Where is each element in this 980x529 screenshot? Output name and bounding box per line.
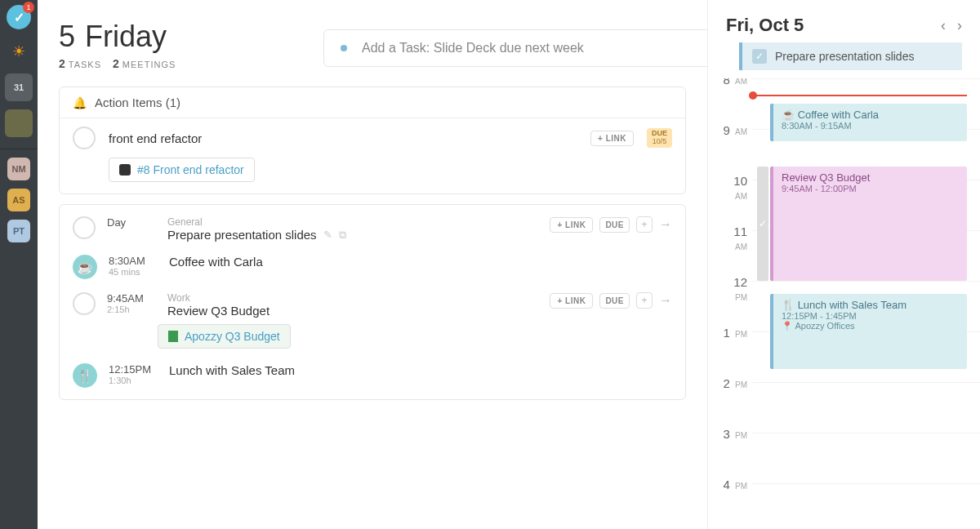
add-button[interactable]: +: [636, 216, 653, 233]
hour-ampm: PM: [735, 293, 747, 302]
event-location: Apozzy Offices: [795, 321, 854, 331]
action-items-title: Action Items (1): [95, 96, 180, 109]
avatar-as[interactable]: AS: [7, 189, 30, 211]
time-text: 8:30AM: [109, 255, 158, 267]
complete-checkbox[interactable]: [73, 292, 96, 315]
hour-num: 8: [723, 78, 729, 87]
item-body: Coffee with Carla: [169, 255, 672, 269]
task-row-prepare-slides[interactable]: Day General Prepare presentation slides …: [60, 210, 685, 248]
item-category: Work: [167, 292, 538, 304]
day-number: 5: [59, 20, 75, 54]
event-time: 12:15PM - 1:45PM: [782, 311, 959, 321]
due-button[interactable]: DUE: [599, 293, 630, 309]
check-icon[interactable]: ✓: [752, 49, 767, 64]
item-body: Work Review Q3 Budget: [167, 292, 538, 318]
hour-ampm: AM: [735, 242, 747, 251]
duration-text: 2:15h: [107, 305, 156, 314]
edit-icon[interactable]: ✎: [323, 229, 332, 241]
task-row-review-budget[interactable]: 9:45AM 2:15h Work Review Q3 Budget + LIN…: [60, 286, 685, 324]
chevron-right-icon[interactable]: ›: [957, 17, 962, 34]
due-button[interactable]: DUE: [599, 217, 630, 233]
event-title: Lunch with Sales Team: [798, 299, 906, 311]
hour-num: 9: [723, 123, 729, 137]
schedule-card: Day General Prepare presentation slides …: [59, 204, 686, 400]
chevron-left-icon[interactable]: ‹: [941, 17, 946, 34]
hour-num: 4: [723, 478, 729, 491]
complete-checkbox[interactable]: [73, 127, 96, 149]
hour-num: 12: [733, 275, 747, 289]
avatar-pt[interactable]: PT: [7, 220, 30, 242]
event-row-lunch[interactable]: 🍴 12:15PM 1:30h Lunch with Sales Team: [60, 357, 685, 394]
right-title: Fri, Oct 5: [726, 15, 804, 36]
hour-num: 11: [733, 224, 747, 238]
now-dot-icon: [749, 91, 757, 100]
complete-checkbox[interactable]: [73, 216, 96, 239]
event-time: 8:30AM - 9:15AM: [782, 121, 959, 131]
github-icon: [119, 164, 131, 176]
time-text: Day: [107, 216, 156, 229]
due-tag: DUE 10/5: [647, 128, 672, 148]
timeline[interactable]: 8 AM 9 AM 10 AM 11 AM 12 PM 1 PM 2 PM 3 …: [708, 78, 980, 529]
link-button[interactable]: + LINK: [590, 131, 634, 146]
github-link[interactable]: #8 Front end refactor: [109, 158, 255, 182]
notes-icon[interactable]: [5, 109, 33, 137]
now-line: [752, 95, 967, 96]
arrow-right-icon[interactable]: →: [659, 217, 672, 232]
location-icon: 📍: [782, 321, 793, 331]
today-icon[interactable]: ☀: [5, 38, 33, 65]
duration-text: 1:30h: [109, 376, 158, 385]
coffee-icon: ☕: [782, 109, 795, 121]
hour-row: 2 PM: [752, 382, 980, 433]
right-column: Fri, Oct 5 ‹ › ✓ Prepare presentation sl…: [707, 0, 980, 529]
event-title: Coffee with Carla: [798, 109, 879, 121]
hour-num: 1: [723, 326, 729, 340]
arrow-right-icon[interactable]: →: [659, 293, 672, 308]
add-task-input[interactable]: Add a Task: Slide Deck due next week: [323, 29, 707, 67]
link-button[interactable]: + LINK: [550, 293, 593, 309]
copy-icon[interactable]: ⧉: [339, 229, 346, 242]
hour-ampm: PM: [735, 431, 747, 440]
left-rail: 1 ☀ 31 NM AS PT: [0, 0, 38, 529]
hour-ampm: AM: [735, 192, 747, 201]
hour-row: 3 PM: [752, 433, 980, 483]
item-time: 9:45AM 2:15h: [107, 292, 156, 314]
hour-ampm: AM: [735, 127, 747, 136]
avatar-nm[interactable]: NM: [7, 158, 30, 180]
calendar-icon[interactable]: 31: [5, 73, 33, 101]
event-row-coffee[interactable]: ☕ 8:30AM 45 mins Coffee with Carla: [60, 248, 685, 286]
allday-event[interactable]: ✓ Prepare presentation slides: [739, 42, 962, 70]
center-column: Add a Task: Slide Deck due next week 5 F…: [38, 0, 707, 529]
item-body: General Prepare presentation slides ✎ ⧉: [167, 216, 538, 242]
item-category: General: [167, 216, 538, 228]
item-time: 8:30AM 45 mins: [109, 255, 158, 277]
add-button[interactable]: +: [636, 292, 653, 309]
hour-ampm: PM: [735, 330, 747, 339]
event-complete-strip[interactable]: ✓: [757, 167, 768, 281]
event-review[interactable]: Review Q3 Budget 9:45AM - 12:00PM: [770, 167, 967, 281]
meetings-label: MEETINGS: [122, 60, 176, 69]
action-items-header[interactable]: 🔔 Action Items (1): [60, 87, 685, 118]
action-item-title: front end refactor: [109, 131, 577, 145]
hour-ampm: PM: [735, 482, 747, 491]
event-coffee[interactable]: ☕ Coffee with Carla 8:30AM - 9:15AM: [770, 104, 967, 141]
bell-icon: 🔔: [73, 96, 87, 109]
github-link-row: #8 Front end refactor: [60, 158, 685, 193]
document-icon: [168, 331, 178, 342]
item-title: Review Q3 Budget: [167, 304, 270, 318]
item-time: Day: [107, 216, 156, 229]
doc-link[interactable]: Apozzy Q3 Budget: [158, 324, 291, 349]
hour-num: 10: [733, 174, 747, 188]
action-item-row[interactable]: front end refactor + LINK DUE 10/5: [60, 118, 685, 158]
event-lunch[interactable]: 🍴 Lunch with Sales Team 12:15PM - 1:45PM…: [770, 294, 967, 369]
app-logo-icon[interactable]: 1: [7, 5, 31, 29]
link-button[interactable]: + LINK: [550, 217, 593, 233]
doc-link-text: Apozzy Q3 Budget: [185, 330, 280, 343]
add-task-placeholder: Add a Task: Slide Deck due next week: [362, 41, 584, 56]
item-actions: + LINK DUE + →: [550, 292, 672, 309]
event-title: Review Q3 Budget: [782, 171, 959, 184]
rail-divider: [0, 149, 38, 149]
hour-row: 4 PM: [752, 483, 980, 529]
day-name: Friday: [85, 20, 167, 54]
hour-num: 3: [723, 427, 729, 441]
item-title: Prepare presentation slides: [167, 228, 317, 242]
